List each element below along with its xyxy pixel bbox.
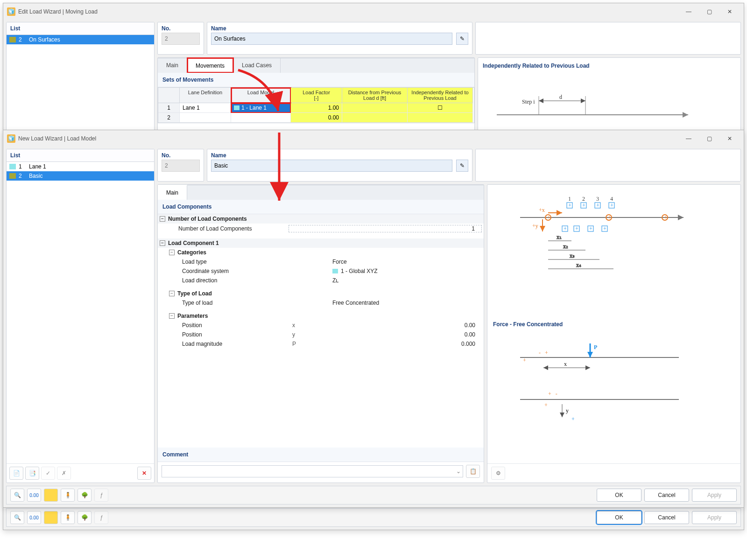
svg-text:-   +: - +	[539, 350, 548, 356]
val-load-direction[interactable]: Zʟ	[332, 277, 482, 284]
search-button[interactable]: 🔍	[10, 489, 24, 502]
svg-text:+: +	[596, 202, 599, 209]
collapse-icon[interactable]: −	[169, 291, 175, 296]
name-input[interactable]: On Surfaces	[211, 33, 452, 45]
list-item[interactable]: 1 Lane 1	[7, 162, 154, 171]
delete-button[interactable]: ✕	[137, 467, 151, 480]
color-button[interactable]	[44, 489, 58, 502]
person-button[interactable]: 🧍	[61, 489, 75, 502]
svg-text:+: +	[564, 225, 567, 232]
svg-text:Step i: Step i	[522, 98, 535, 105]
exclude-button[interactable]: ✗	[57, 467, 71, 480]
func-button[interactable]: ƒ	[94, 489, 108, 502]
prop-coord-system: Coordinate system	[182, 268, 289, 274]
tab-main[interactable]: Main	[158, 185, 187, 200]
sets-of-movements-title: Sets of Movements	[158, 73, 474, 87]
val-type-of-load[interactable]: Free Concentrated	[332, 300, 482, 306]
cell-load-model[interactable]: 1 - Lane 1	[231, 103, 291, 113]
diagram-settings-button[interactable]: ⚙	[491, 467, 505, 480]
svg-text:+: +	[589, 225, 592, 232]
row-index: 1	[158, 103, 180, 113]
close-button[interactable]: ✕	[719, 132, 740, 145]
tab-load-cases[interactable]: Load Cases	[233, 58, 281, 73]
tree-button[interactable]: 🌳	[78, 511, 92, 524]
list-panel-2: List 1 Lane 1 2 Basic 📄 📑 ✓ ✗ ✕	[6, 149, 155, 483]
input-position-y[interactable]: 0.00	[332, 331, 482, 338]
copy-item-button[interactable]: 📑	[25, 467, 39, 480]
footbar-1: 🔍 0.00 🧍 🌳 ƒ OK Cancel Apply	[6, 508, 741, 527]
cell-load-factor[interactable]: 1.00	[291, 103, 342, 113]
svg-marker-55	[585, 365, 590, 370]
cell-load-factor[interactable]: 0.00	[291, 113, 342, 123]
input-load-magnitude[interactable]: 0.000	[332, 341, 482, 347]
tab-main[interactable]: Main	[158, 58, 187, 73]
minimize-button[interactable]: —	[678, 132, 699, 145]
val-coord-system[interactable]: 1 - Global XYZ	[332, 268, 482, 274]
prop-load-type: Load type	[182, 259, 289, 265]
input-position-x[interactable]: 0.00	[332, 322, 482, 329]
list-item[interactable]: 2 Basic	[7, 171, 154, 181]
color-button[interactable]	[44, 511, 58, 524]
collapse-icon[interactable]: −	[169, 313, 175, 319]
components-diagram: + + + +x +y + + + +	[492, 189, 736, 292]
cell-lane[interactable]: Lane 1	[180, 103, 231, 113]
no-input[interactable]: 2	[162, 33, 200, 45]
svg-marker-6	[581, 98, 585, 103]
input-num-components[interactable]: 1	[289, 225, 482, 232]
maximize-button[interactable]: ▢	[699, 5, 719, 18]
svg-text:3: 3	[596, 196, 599, 202]
list-item[interactable]: 2 On Surfaces	[7, 35, 154, 44]
svg-text:+y: +y	[532, 223, 538, 229]
name-input[interactable]: Basic	[211, 160, 452, 172]
val-load-type[interactable]: Force	[332, 259, 482, 265]
window-title-2: New Load Wizard | Load Model	[18, 135, 96, 142]
person-button[interactable]: 🧍	[61, 511, 75, 524]
cancel-button[interactable]: Cancel	[644, 511, 689, 524]
collapse-icon[interactable]: −	[160, 216, 165, 222]
edit-name-button[interactable]: ✎	[456, 33, 468, 45]
svg-text:x: x	[564, 361, 567, 367]
edit-name-button[interactable]: ✎	[456, 160, 468, 172]
units-button[interactable]: 0.00	[27, 511, 41, 524]
svg-marker-52	[587, 352, 593, 357]
units-button[interactable]: 0.00	[27, 489, 41, 502]
cell-load-model[interactable]	[231, 113, 291, 123]
tree-button[interactable]: 🌳	[78, 489, 92, 502]
comment-library-button[interactable]: 📋	[466, 465, 480, 478]
svg-text:+: +	[603, 225, 606, 232]
chevron-down-icon: ⌄	[456, 468, 461, 475]
ok-button[interactable]: OK	[597, 489, 641, 502]
cell-indep[interactable]	[408, 113, 473, 123]
svg-text:x₁: x₁	[557, 234, 562, 240]
collapse-icon[interactable]: −	[169, 250, 175, 255]
cell-dist-prev[interactable]	[342, 113, 408, 123]
col-lane-definition: Lane Definition	[180, 88, 231, 103]
cell-lane[interactable]	[180, 113, 231, 123]
search-button[interactable]: 🔍	[10, 511, 24, 524]
close-button[interactable]: ✕	[719, 5, 740, 18]
list-header-1: List	[7, 22, 154, 35]
no-input[interactable]: 2	[162, 160, 200, 172]
properties-panel: Main Load Components −Number of Load Com…	[157, 184, 484, 483]
maximize-button[interactable]: ▢	[699, 132, 719, 145]
include-button[interactable]: ✓	[41, 467, 55, 480]
cell-dist-prev[interactable]	[342, 103, 408, 113]
collapse-icon[interactable]: −	[160, 240, 165, 246]
svg-text:P: P	[594, 344, 597, 350]
ok-button[interactable]: OK	[597, 511, 641, 524]
apply-button[interactable]: Apply	[692, 489, 737, 502]
new-item-button[interactable]: 📄	[9, 467, 23, 480]
cell-indep[interactable]: ☐	[408, 103, 473, 113]
tab-movements[interactable]: Movements	[187, 58, 233, 73]
comment-input[interactable]: ⌄	[162, 465, 463, 477]
apply-button[interactable]: Apply	[692, 511, 737, 524]
col-independent: Independently Related to Previous Load	[408, 88, 473, 103]
minimize-button[interactable]: —	[678, 5, 699, 18]
svg-text:4: 4	[610, 196, 613, 202]
cancel-button[interactable]: Cancel	[644, 489, 689, 502]
func-button[interactable]: ƒ	[94, 511, 108, 524]
svg-text:+: +	[547, 214, 550, 221]
svg-marker-7	[539, 98, 543, 103]
no-field: No. 2	[157, 22, 204, 55]
svg-text:+x: +x	[539, 207, 545, 213]
